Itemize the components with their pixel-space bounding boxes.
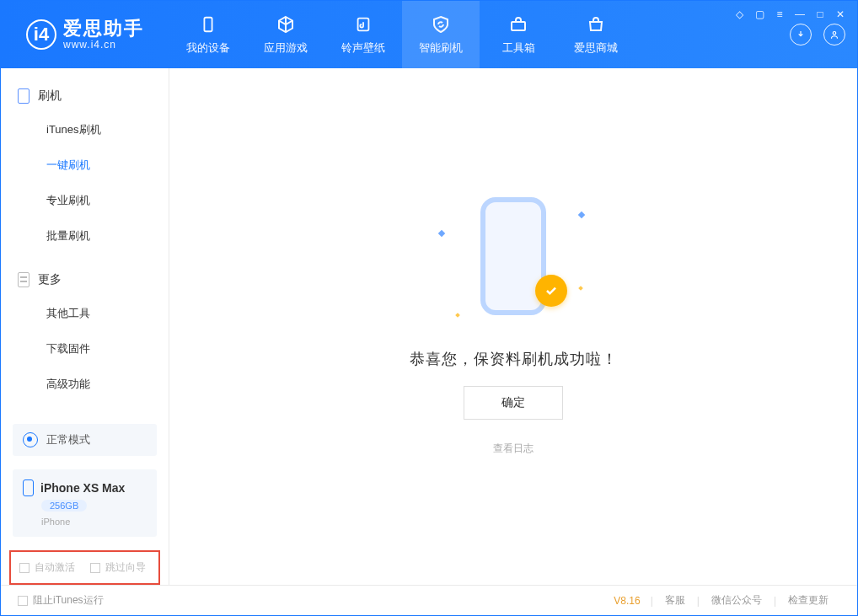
device-type-label: iPhone [41, 517, 70, 527]
checkbox-skip-guide[interactable]: 跳过向导 [90, 560, 146, 575]
main-content: 恭喜您，保资料刷机成功啦！ 确定 查看日志 [169, 68, 857, 585]
phone-outline-icon [18, 88, 29, 104]
options-highlight-box: 自动激活 跳过向导 [9, 550, 160, 585]
checkbox-icon [90, 563, 100, 573]
titlebar-right [790, 24, 845, 46]
list-icon [18, 272, 29, 287]
checkbox-icon [19, 563, 29, 573]
sidebar-group-flash: 刷机 [1, 85, 169, 112]
footer-link-check-update[interactable]: 检查更新 [776, 593, 840, 608]
device-name-label: iPhone XS Max [40, 481, 125, 495]
body: 刷机 iTunes刷机 一键刷机 专业刷机 批量刷机 更多 其他工具 下载固件 … [1, 68, 857, 585]
footer-link-wechat[interactable]: 微信公众号 [700, 593, 774, 608]
footer: 阻止iTunes运行 V8.16 | 客服 | 微信公众号 | 检查更新 [1, 585, 857, 615]
tab-label: 智能刷机 [419, 40, 463, 56]
group-label: 刷机 [38, 88, 62, 104]
window-mini-controls: ◇ ▢ ≡ ― □ ✕ [733, 8, 846, 20]
tab-store[interactable]: 爱思商城 [557, 1, 635, 68]
checkbox-icon [18, 596, 28, 606]
spark-icon [438, 230, 445, 237]
store-icon [585, 13, 607, 35]
version-label: V8.16 [614, 595, 640, 607]
device-storage-badge: 256GB [41, 500, 87, 512]
footer-link-customer-service[interactable]: 客服 [653, 593, 697, 608]
download-icon[interactable] [790, 24, 812, 46]
sidebar-item-other-tools[interactable]: 其他工具 [1, 296, 169, 331]
mode-card[interactable]: 正常模式 [13, 424, 157, 456]
sidebar-item-advanced[interactable]: 高级功能 [1, 367, 169, 402]
music-note-icon [352, 13, 374, 35]
sidebar-item-batch-flash[interactable]: 批量刷机 [1, 218, 169, 254]
checkbox-label: 跳过向导 [105, 560, 146, 575]
menu-icon[interactable]: ≡ [774, 8, 786, 20]
view-log-link[interactable]: 查看日志 [493, 442, 534, 456]
titlebar: i4 爱思助手 www.i4.cn 我的设备 应用游戏 铃声壁纸 智能刷机 [1, 1, 857, 68]
user-icon[interactable] [823, 24, 845, 46]
app-name: 爱思助手 [63, 19, 144, 39]
tab-apps-games[interactable]: 应用游戏 [247, 1, 324, 68]
tab-toolbox[interactable]: 工具箱 [480, 1, 557, 68]
ok-button[interactable]: 确定 [464, 386, 563, 420]
spark-icon [455, 313, 460, 318]
mode-status-icon [23, 432, 38, 447]
sidebar-item-download-firmware[interactable]: 下载固件 [1, 331, 169, 367]
spark-icon [578, 212, 585, 218]
tab-label: 铃声壁纸 [341, 40, 385, 56]
success-check-icon [535, 275, 567, 307]
feedback-icon[interactable]: ▢ [753, 8, 765, 20]
checkbox-auto-activate[interactable]: 自动激活 [19, 560, 75, 575]
app-window: ◇ ▢ ≡ ― □ ✕ i4 爱思助手 www.i4.cn 我的设备 应用游戏 [0, 0, 858, 616]
device-card[interactable]: iPhone XS Max 256GB iPhone [13, 469, 157, 537]
app-logo: i4 爱思助手 www.i4.cn [26, 19, 144, 51]
spark-icon [578, 286, 583, 291]
tab-smart-flash[interactable]: 智能刷机 [402, 1, 480, 68]
tab-label: 应用游戏 [264, 40, 308, 56]
tab-label: 工具箱 [502, 40, 535, 56]
tab-label: 我的设备 [186, 40, 230, 56]
svg-rect-2 [512, 22, 525, 30]
checkbox-label: 自动激活 [35, 560, 75, 575]
tab-my-device[interactable]: 我的设备 [169, 1, 247, 68]
device-phone-icon [23, 479, 34, 496]
phone-icon [197, 13, 219, 35]
app-domain: www.i4.cn [63, 39, 144, 51]
success-message: 恭喜您，保资料刷机成功啦！ [410, 349, 618, 369]
minimize-icon[interactable]: ― [794, 8, 806, 20]
main-tabs: 我的设备 应用游戏 铃声壁纸 智能刷机 工具箱 爱思商城 [169, 1, 635, 68]
mode-label: 正常模式 [46, 432, 90, 447]
theme-icon[interactable]: ◇ [733, 8, 745, 20]
close-icon[interactable]: ✕ [834, 8, 846, 20]
cube-icon [275, 13, 297, 35]
logo-mark-icon: i4 [26, 19, 56, 50]
maximize-icon[interactable]: □ [814, 8, 826, 20]
checkbox-label: 阻止iTunes运行 [33, 593, 104, 608]
group-label: 更多 [38, 272, 62, 287]
sidebar-item-itunes-flash[interactable]: iTunes刷机 [1, 112, 169, 147]
tab-ringtone-wallpaper[interactable]: 铃声壁纸 [324, 1, 402, 68]
success-illustration [454, 197, 572, 332]
svg-point-3 [833, 32, 836, 35]
shield-refresh-icon [430, 13, 452, 35]
svg-rect-0 [204, 18, 212, 32]
tab-label: 爱思商城 [574, 40, 618, 56]
sidebar-item-pro-flash[interactable]: 专业刷机 [1, 183, 169, 218]
sidebar: 刷机 iTunes刷机 一键刷机 专业刷机 批量刷机 更多 其他工具 下载固件 … [1, 68, 169, 585]
sidebar-item-oneclick-flash[interactable]: 一键刷机 [1, 147, 169, 183]
checkbox-block-itunes[interactable]: 阻止iTunes运行 [18, 593, 104, 608]
toolbox-icon [507, 13, 529, 35]
sidebar-group-more: 更多 [1, 269, 169, 296]
